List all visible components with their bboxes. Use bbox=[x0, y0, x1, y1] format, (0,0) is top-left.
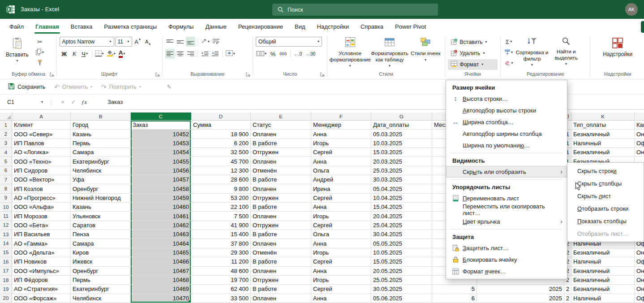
cell-F9[interactable]: Сергей bbox=[311, 194, 371, 203]
font-dialog-launcher[interactable] bbox=[155, 72, 160, 78]
account-avatar[interactable]: AK bbox=[625, 3, 638, 16]
cell-E5[interactable]: Оплачен bbox=[251, 157, 311, 166]
cell-D1[interactable]: Сумма bbox=[191, 121, 251, 130]
sort-filter-button[interactable]: Сортировка и фильтр▾ bbox=[514, 37, 550, 67]
cell-C2[interactable]: 10452 bbox=[131, 130, 191, 139]
cell-F6[interactable]: Ольга bbox=[311, 166, 371, 175]
cell-A17[interactable]: ООО «Импульс» bbox=[12, 267, 71, 276]
column-header-A[interactable]: A bbox=[12, 113, 71, 120]
cell-K19[interactable]: Безналичный bbox=[571, 285, 635, 294]
cell-D11[interactable]: 7 500 bbox=[191, 212, 251, 221]
delete-cells-button[interactable]: Удалить▾ bbox=[448, 48, 498, 59]
paste-button[interactable]: Вставить ▾ bbox=[4, 37, 31, 63]
row-header-11[interactable]: 11 bbox=[0, 212, 12, 221]
borders-button[interactable]: ▾ bbox=[94, 49, 105, 59]
decrease-decimal-button[interactable]: →.00 bbox=[304, 49, 316, 59]
menu-item-autofit-column-width[interactable]: Автоподбор ширины столбца bbox=[446, 128, 567, 139]
cell-D3[interactable]: 6 200 bbox=[191, 139, 251, 148]
font-size-select[interactable]: 11▾ bbox=[115, 37, 132, 47]
search-box[interactable]: Поиск bbox=[272, 4, 438, 16]
cell-H20[interactable]: 6 bbox=[432, 294, 477, 303]
cancel-icon[interactable]: × bbox=[57, 99, 68, 105]
cell-C7[interactable]: 10457 bbox=[131, 175, 191, 184]
menu-item-hide-unhide[interactable]: Скрыть или отобразить› bbox=[446, 166, 567, 177]
tab-view[interactable]: Вид bbox=[289, 19, 311, 34]
cell-E12[interactable]: Отгружен bbox=[251, 221, 311, 230]
cell-D4[interactable]: 32 500 bbox=[191, 148, 251, 157]
column-header-G[interactable]: G bbox=[371, 113, 432, 120]
cell-E14[interactable]: Оплачен bbox=[251, 239, 311, 248]
increase-font-button[interactable]: А▴ bbox=[133, 37, 142, 47]
cell-C17[interactable]: 10467 bbox=[131, 267, 191, 276]
cell-F19[interactable]: Сергей bbox=[311, 285, 371, 294]
row-header-1[interactable]: 1 bbox=[0, 121, 12, 130]
formula-input[interactable]: Заказ bbox=[107, 99, 123, 105]
cell-G17[interactable]: 20.05.2025 bbox=[371, 267, 432, 276]
menu-item-row-height[interactable]: ↕Высота строки… bbox=[446, 93, 567, 104]
clear-button[interactable]: ▾ bbox=[503, 58, 514, 68]
cell-D12[interactable]: 41 900 bbox=[191, 221, 251, 230]
cell-C9[interactable]: 10459 bbox=[131, 194, 191, 203]
cell-L2[interactable]: Онл bbox=[635, 130, 644, 139]
cell-C3[interactable]: 10453 bbox=[131, 139, 191, 148]
cell-I19[interactable]: 2025 bbox=[477, 285, 564, 294]
tab-file[interactable]: Файл bbox=[4, 19, 30, 34]
row-header-7[interactable]: 7 bbox=[0, 175, 12, 184]
cell-J19[interactable]: 2 bbox=[564, 285, 571, 294]
align-bottom-button[interactable] bbox=[186, 37, 195, 47]
cell-H19[interactable]: 5 bbox=[432, 285, 477, 294]
cell-F15[interactable]: Игорь bbox=[311, 248, 371, 257]
cell-B5[interactable]: Екатеринбург bbox=[71, 157, 131, 166]
cell-B4[interactable]: Самара bbox=[71, 148, 131, 157]
percent-style-button[interactable]: % bbox=[268, 49, 278, 59]
menu-item-format-cells[interactable]: Формат ячеек… bbox=[446, 265, 567, 277]
cell-D15[interactable]: 29 300 bbox=[191, 248, 251, 257]
cell-K4[interactable]: Безналичный bbox=[571, 148, 635, 157]
submenu-item-hide-sheet[interactable]: Скрыть лист bbox=[567, 190, 644, 202]
cell-D16[interactable]: 11 200 bbox=[191, 257, 251, 266]
menu-item-default-width[interactable]: Ширина по умолчанию… bbox=[446, 139, 567, 151]
cell-F14[interactable]: Анна bbox=[311, 239, 371, 248]
cell-E2[interactable]: Оплачен bbox=[251, 130, 311, 139]
submenu-item-unhide-columns[interactable]: Показать столбцы bbox=[567, 215, 644, 227]
cell-A15[interactable]: ООО «Дельта» bbox=[12, 248, 71, 257]
tab-home[interactable]: Главная bbox=[30, 19, 65, 34]
column-header-C[interactable]: C bbox=[131, 113, 191, 120]
cell-D8[interactable]: 9 800 bbox=[191, 184, 251, 193]
tab-data[interactable]: Данные bbox=[200, 19, 232, 34]
cell-A1[interactable]: Клиент bbox=[12, 121, 71, 130]
cell-D10[interactable]: 22 100 bbox=[191, 203, 251, 212]
cell-G15[interactable]: 10.05.2025 bbox=[371, 248, 432, 257]
addins-button[interactable]: Надстройки bbox=[601, 37, 635, 58]
bold-button[interactable]: Ж bbox=[60, 49, 69, 59]
cell-E9[interactable]: Отгружен bbox=[251, 194, 311, 203]
cell-C11[interactable]: 10461 bbox=[131, 212, 191, 221]
cell-E3[interactable]: В работе bbox=[251, 139, 311, 148]
cell-C20[interactable]: 10470 bbox=[131, 294, 191, 303]
cell-F16[interactable]: Сергей bbox=[311, 257, 371, 266]
cell-A18[interactable]: ИП Фёдоров bbox=[12, 276, 71, 285]
cell-A14[interactable]: АО «Гамма» bbox=[12, 239, 71, 248]
cell-F4[interactable]: Сергей bbox=[311, 148, 371, 157]
undo-button[interactable]: ↶Отменить▾ bbox=[51, 82, 96, 92]
cell-F1[interactable]: Менеджер bbox=[311, 121, 371, 130]
row-header-20[interactable]: 20 bbox=[0, 294, 12, 303]
formula-bar-handle[interactable]: ⋮ bbox=[48, 99, 54, 105]
cell-A11[interactable]: ИП Морозов bbox=[12, 212, 71, 221]
cell-B14[interactable]: Самара bbox=[71, 239, 131, 248]
cell-C19[interactable]: 10469 bbox=[131, 285, 191, 294]
tab-formulas[interactable]: Формулы bbox=[163, 19, 200, 34]
cell-G10[interactable]: 15.04.2025 bbox=[371, 203, 432, 212]
cell-B13[interactable]: Пенза bbox=[71, 230, 131, 239]
submenu-item-hide-rows[interactable]: Скрыть строки bbox=[567, 164, 644, 177]
cell-L19[interactable]: Онл bbox=[635, 285, 644, 294]
redo-button[interactable]: ↷Повторить▾ bbox=[98, 82, 145, 92]
fill-color-button[interactable]: ▾ bbox=[106, 49, 116, 59]
cell-K20[interactable]: Наличный bbox=[571, 294, 635, 303]
align-middle-button[interactable] bbox=[176, 37, 185, 47]
cell-B6[interactable]: Челябинск bbox=[71, 166, 131, 175]
cell-A4[interactable]: АО «Логика» bbox=[12, 148, 71, 157]
cell-D13[interactable]: 15 400 bbox=[191, 230, 251, 239]
cell-K15[interactable]: Безналичный bbox=[571, 248, 635, 257]
row-header-5[interactable]: 5 bbox=[0, 157, 12, 166]
